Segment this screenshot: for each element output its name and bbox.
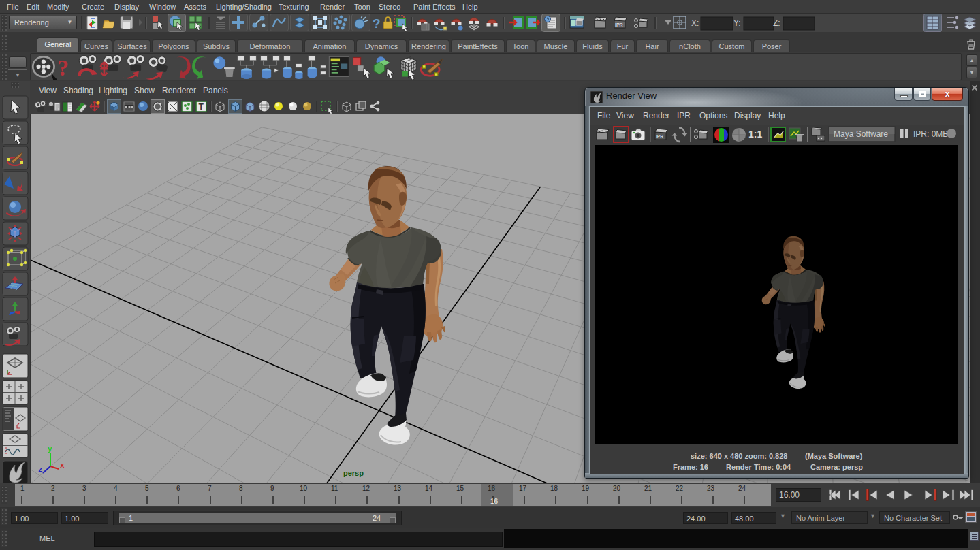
svg-text:IPR: IPR	[656, 134, 663, 139]
svg-text:IPR: 0MB: IPR: 0MB	[913, 129, 948, 139]
svg-text:3: 3	[82, 485, 86, 492]
svg-text:15: 15	[456, 485, 464, 492]
svg-text:Y:: Y:	[733, 18, 741, 28]
svg-text:19: 19	[582, 485, 590, 492]
svg-text:20: 20	[613, 485, 621, 492]
svg-text:5: 5	[145, 485, 149, 492]
svg-text:Maya Software: Maya Software	[834, 129, 888, 139]
svg-text:1: 1	[20, 485, 25, 492]
svg-text:24: 24	[738, 485, 746, 492]
svg-text:13: 13	[394, 485, 402, 492]
svg-text:T: T	[199, 102, 204, 112]
svg-text:21: 21	[644, 485, 652, 492]
svg-text:X:: X:	[691, 18, 699, 28]
svg-text:?: ?	[373, 16, 381, 31]
svg-text:9: 9	[270, 485, 274, 492]
svg-text:y: y	[48, 445, 52, 453]
svg-text:22: 22	[676, 485, 684, 492]
svg-text:16: 16	[488, 485, 496, 492]
svg-text:18: 18	[550, 485, 558, 492]
svg-text:10: 10	[300, 485, 308, 492]
svg-text:23: 23	[707, 485, 715, 492]
svg-text:1:1: 1:1	[748, 129, 762, 140]
svg-text:8: 8	[239, 485, 243, 492]
svg-text:6: 6	[176, 485, 180, 492]
svg-text:2: 2	[51, 485, 55, 492]
svg-text:7: 7	[208, 485, 212, 492]
svg-text:z: z	[38, 466, 43, 474]
svg-text:12: 12	[362, 485, 370, 492]
svg-text:Z:: Z:	[773, 18, 780, 28]
svg-text:16: 16	[490, 498, 499, 505]
svg-text:11: 11	[331, 485, 338, 492]
svg-text:IPR: IPR	[615, 22, 623, 27]
svg-text:x: x	[60, 462, 65, 470]
svg-text:17: 17	[519, 485, 527, 492]
svg-text:4: 4	[114, 485, 118, 492]
svg-text:?: ?	[57, 55, 69, 80]
svg-text:14: 14	[425, 485, 433, 492]
